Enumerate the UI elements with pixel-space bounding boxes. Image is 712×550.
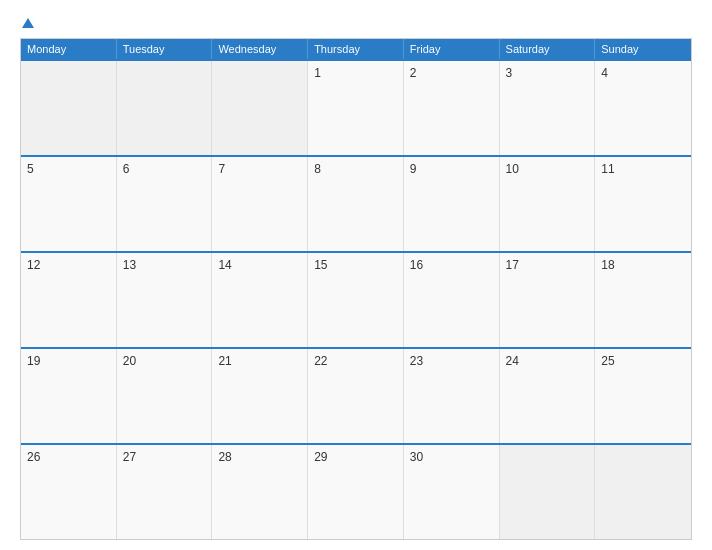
day-number: 25: [601, 354, 614, 368]
day-cell: [117, 61, 213, 155]
day-number: 10: [506, 162, 519, 176]
day-cell: 12: [21, 253, 117, 347]
day-cell: 9: [404, 157, 500, 251]
day-number: 14: [218, 258, 231, 272]
day-cell: 27: [117, 445, 213, 539]
day-cell: 10: [500, 157, 596, 251]
day-cell: [212, 61, 308, 155]
day-header-saturday: Saturday: [500, 39, 596, 59]
day-header-tuesday: Tuesday: [117, 39, 213, 59]
day-number: 3: [506, 66, 513, 80]
day-cell: 4: [595, 61, 691, 155]
day-header-monday: Monday: [21, 39, 117, 59]
day-cell: 1: [308, 61, 404, 155]
day-number: 4: [601, 66, 608, 80]
day-cell: 25: [595, 349, 691, 443]
day-number: 15: [314, 258, 327, 272]
day-header-thursday: Thursday: [308, 39, 404, 59]
day-number: 30: [410, 450, 423, 464]
day-cell: 30: [404, 445, 500, 539]
day-cell: 17: [500, 253, 596, 347]
day-cell: 11: [595, 157, 691, 251]
day-cell: 14: [212, 253, 308, 347]
week-row-1: 567891011: [21, 155, 691, 251]
day-number: 27: [123, 450, 136, 464]
week-row-2: 12131415161718: [21, 251, 691, 347]
day-number: 5: [27, 162, 34, 176]
day-cell: 23: [404, 349, 500, 443]
day-number: 19: [27, 354, 40, 368]
day-number: 7: [218, 162, 225, 176]
day-cell: 15: [308, 253, 404, 347]
day-cell: 16: [404, 253, 500, 347]
logo: [20, 18, 34, 28]
day-cell: 8: [308, 157, 404, 251]
day-cell: 3: [500, 61, 596, 155]
calendar-page: MondayTuesdayWednesdayThursdayFridaySatu…: [0, 0, 712, 550]
week-row-3: 19202122232425: [21, 347, 691, 443]
day-cell: 22: [308, 349, 404, 443]
week-row-0: 1234: [21, 59, 691, 155]
day-number: 28: [218, 450, 231, 464]
day-number: 2: [410, 66, 417, 80]
day-number: 20: [123, 354, 136, 368]
day-number: 26: [27, 450, 40, 464]
day-header-sunday: Sunday: [595, 39, 691, 59]
day-number: 23: [410, 354, 423, 368]
day-cell: 7: [212, 157, 308, 251]
day-number: 13: [123, 258, 136, 272]
day-number: 24: [506, 354, 519, 368]
day-cell: 26: [21, 445, 117, 539]
day-header-wednesday: Wednesday: [212, 39, 308, 59]
day-cell: [500, 445, 596, 539]
day-number: 12: [27, 258, 40, 272]
day-number: 11: [601, 162, 614, 176]
day-cell: 5: [21, 157, 117, 251]
day-number: 16: [410, 258, 423, 272]
day-number: 6: [123, 162, 130, 176]
logo-triangle-icon: [22, 18, 34, 28]
week-row-4: 2627282930: [21, 443, 691, 539]
day-cell: 13: [117, 253, 213, 347]
day-number: 9: [410, 162, 417, 176]
day-cell: 20: [117, 349, 213, 443]
day-cell: [21, 61, 117, 155]
day-cell: 6: [117, 157, 213, 251]
day-cell: 18: [595, 253, 691, 347]
day-cell: 21: [212, 349, 308, 443]
day-number: 29: [314, 450, 327, 464]
day-cell: 29: [308, 445, 404, 539]
day-number: 1: [314, 66, 321, 80]
day-header-friday: Friday: [404, 39, 500, 59]
header: [20, 18, 692, 28]
day-cell: [595, 445, 691, 539]
day-cell: 19: [21, 349, 117, 443]
day-cell: 28: [212, 445, 308, 539]
day-number: 17: [506, 258, 519, 272]
day-headers-row: MondayTuesdayWednesdayThursdayFridaySatu…: [21, 39, 691, 59]
day-number: 22: [314, 354, 327, 368]
day-cell: 24: [500, 349, 596, 443]
weeks-container: 1234567891011121314151617181920212223242…: [21, 59, 691, 539]
day-number: 8: [314, 162, 321, 176]
day-cell: 2: [404, 61, 500, 155]
calendar-grid: MondayTuesdayWednesdayThursdayFridaySatu…: [20, 38, 692, 540]
day-number: 18: [601, 258, 614, 272]
day-number: 21: [218, 354, 231, 368]
